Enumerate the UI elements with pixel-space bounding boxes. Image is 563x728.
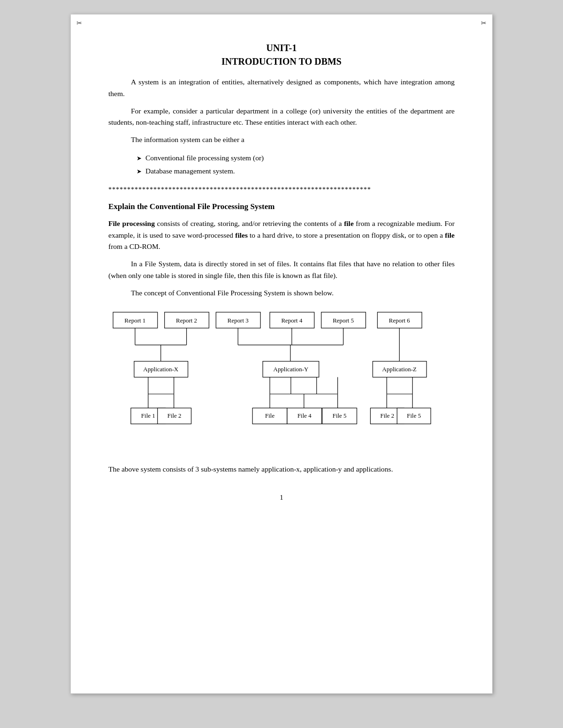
para4-text4: from a CD-ROM. (108, 242, 160, 250)
diagram-container: Report 1 Report 2 Report 3 Report 4 Repo… (108, 308, 455, 457)
report-6-label: Report 6 (389, 316, 410, 323)
app-y-label: Application-Y (274, 365, 309, 372)
file-2-app-z-label: File 2 (380, 412, 394, 419)
paragraph-2: For example, consider a particular depar… (108, 105, 455, 129)
file-5-app-z-label: File 5 (407, 412, 421, 419)
paragraph-7: The above system consists of 3 sub-syste… (108, 464, 455, 475)
report-2-label: Report 2 (176, 316, 197, 323)
file-processing-diagram: Report 1 Report 2 Report 3 Report 4 Repo… (108, 308, 455, 457)
bold-file-2: file (445, 231, 455, 239)
corner-mark-tr: ✂ (481, 19, 487, 27)
file-5-app-y-label: File 5 (333, 412, 347, 419)
bullet-item-2: Database management system. (137, 165, 455, 178)
report-3-label: Report 3 (228, 316, 249, 323)
page-number: 1 (108, 494, 455, 502)
paragraph-6: The concept of Conventional File Process… (108, 287, 455, 299)
file-2-app-x-label: File 2 (167, 412, 182, 419)
app-z-label: Application-Z (382, 365, 417, 372)
bullet-list: Conventional file processing system (or)… (108, 151, 455, 178)
corner-mark-tl: ✂ (76, 19, 82, 27)
paragraph-4: File processing consists of creating, st… (108, 218, 455, 253)
report-1-label: Report 1 (124, 316, 145, 323)
separator-line: ****************************************… (108, 186, 455, 194)
bold-file-processing: File processing (108, 219, 155, 227)
document-page: ✂ ✂ UNIT-1 INTRODUCTION TO DBMS A system… (70, 14, 493, 694)
app-x-label: Application-X (143, 365, 178, 372)
paragraph-3: The information system can be either a (108, 134, 455, 146)
file-app-y-label: File (265, 412, 274, 419)
intro-title: INTRODUCTION TO DBMS (108, 56, 455, 67)
paragraph-5: In a File System, data is directly store… (108, 258, 455, 282)
para4-text3: to a hard drive, to store a presentation… (250, 231, 445, 239)
file-4-label: File 4 (297, 412, 312, 419)
bold-file-1: file (344, 219, 354, 227)
unit-title: UNIT-1 (108, 43, 455, 53)
report-4-label: Report 4 (281, 316, 302, 323)
bold-files: files (235, 231, 248, 239)
file-1-label: File 1 (141, 412, 155, 419)
paragraph-1: A system is an integration of entities, … (108, 76, 455, 100)
bullet-item-1: Conventional file processing system (or) (137, 151, 455, 165)
report-5-label: Report 5 (333, 316, 354, 323)
para4-text1: consists of creating, storing, and/or re… (157, 219, 344, 227)
section-title: Explain the Conventional File Processing… (108, 202, 455, 211)
